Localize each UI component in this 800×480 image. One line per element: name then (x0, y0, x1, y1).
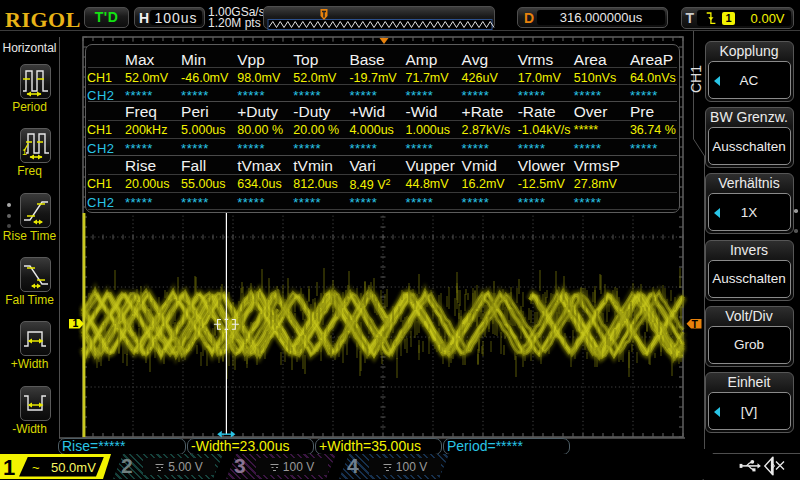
svg-text:1: 1 (73, 317, 79, 329)
svg-text:1: 1 (22, 147, 27, 157)
